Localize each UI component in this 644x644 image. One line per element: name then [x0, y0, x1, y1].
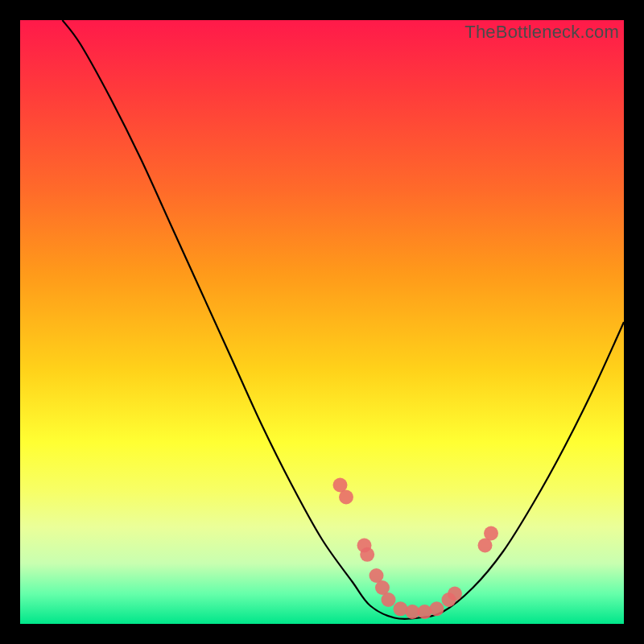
marker-point: [448, 587, 462, 601]
watermark-text: TheBottleneck.com: [464, 22, 619, 43]
marker-point: [430, 601, 444, 616]
marker-point: [394, 601, 408, 616]
marker-point: [382, 592, 396, 607]
marker-point: [360, 547, 374, 562]
data-markers: [333, 478, 499, 620]
marker-point: [484, 526, 498, 541]
marker-point: [418, 605, 432, 619]
marker-point: [339, 490, 353, 505]
bottleneck-curve: [63, 20, 625, 619]
chart-frame: TheBottleneck.com: [20, 20, 624, 624]
chart-svg: [20, 20, 624, 624]
